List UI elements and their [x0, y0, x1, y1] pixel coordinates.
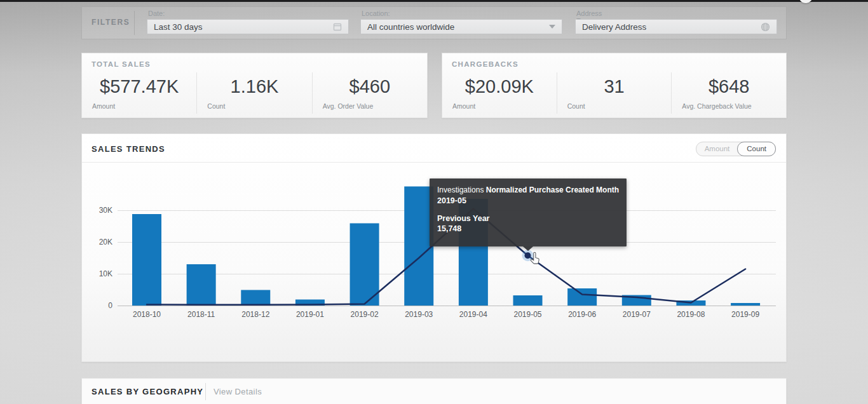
filters-title: FILTERS: [92, 18, 133, 27]
highlight-point[interactable]: [525, 252, 531, 259]
divider: [205, 383, 206, 400]
address-type-filter-value: Delivery Address: [582, 22, 761, 32]
metric-total-sales-amount: $577.47K Amount: [82, 72, 196, 114]
svg-text:2019-07: 2019-07: [623, 310, 651, 319]
sales-trends-header: SALES TRENDS Amount Count: [82, 134, 786, 163]
toggle-option-count[interactable]: Count: [737, 142, 776, 156]
metric-value: $577.47K: [82, 76, 196, 97]
chevron-down-icon: [549, 25, 555, 29]
svg-text:2018-11: 2018-11: [187, 310, 215, 319]
metric-value: 1.16K: [197, 76, 311, 97]
location-filter-label: Location:: [362, 10, 390, 17]
chargebacks-card-title: CHARGEBACKS: [452, 60, 519, 68]
location-filter-value: All countries worldwide: [367, 22, 549, 32]
metric-avg-order-value: $460 Avg. Order Value: [312, 72, 427, 114]
svg-text:2019-01: 2019-01: [296, 310, 324, 319]
svg-text:2019-04: 2019-04: [459, 310, 487, 319]
bar-2018-10[interactable]: [132, 214, 161, 306]
svg-text:2019-02: 2019-02: [351, 310, 379, 319]
bar-2019-09[interactable]: [731, 303, 760, 306]
metric-total-sales-count: 1.16K Count: [196, 72, 311, 114]
bar-2018-11[interactable]: [187, 264, 216, 306]
total-sales-card-title: TOTAL SALES: [92, 60, 151, 68]
metric-value: $20.09K: [442, 76, 557, 97]
metric-label: Amount: [92, 102, 115, 110]
svg-text:2019-03: 2019-03: [405, 310, 433, 319]
metric-label: Count: [207, 102, 225, 110]
metric-label: Avg. Order Value: [323, 102, 374, 110]
svg-text:2019-09: 2019-09: [731, 310, 759, 319]
amount-count-toggle: Amount Count: [696, 142, 776, 156]
chargebacks-card: CHARGEBACKS $20.09K Amount 31 Count $648…: [442, 53, 787, 118]
tooltip-series-label: Previous Year: [437, 213, 619, 224]
svg-text:2018-10: 2018-10: [133, 310, 161, 319]
svg-text:2018-12: 2018-12: [241, 310, 269, 319]
metric-chargebacks-amount: $20.09K Amount: [442, 72, 557, 114]
svg-text:2019-06: 2019-06: [568, 310, 596, 319]
metric-value: $460: [313, 76, 427, 97]
window-top-edge: [0, 0, 868, 2]
metric-value: $648: [672, 76, 786, 97]
bar-2019-02[interactable]: [350, 224, 379, 306]
sales-trends-panel: SALES TRENDS Amount Count 010K20K30K2018…: [81, 133, 787, 362]
toggle-option-amount[interactable]: Amount: [696, 143, 738, 155]
bar-2019-06[interactable]: [567, 288, 597, 306]
date-filter-label: Date:: [148, 10, 165, 17]
metric-avg-chargeback-value: $648 Avg. Chargeback Value: [671, 72, 786, 114]
svg-text:2019-08: 2019-08: [677, 310, 705, 319]
calendar-icon: [333, 22, 342, 31]
sales-by-geography-title: SALES BY GEOGRAPHY: [92, 387, 203, 396]
metric-label: Avg. Chargeback Value: [682, 102, 751, 110]
svg-text:20K: 20K: [99, 238, 112, 246]
filters-panel: FILTERS Date: Last 30 days Location: All…: [81, 6, 787, 39]
svg-text:30K: 30K: [99, 206, 112, 215]
metric-chargebacks-count: 31 Count: [557, 72, 672, 114]
tooltip-period: 2019-05: [437, 196, 619, 206]
bar-2019-05[interactable]: [513, 295, 543, 306]
date-filter-value: Last 30 days: [154, 22, 333, 32]
view-details-link[interactable]: View Details: [214, 387, 262, 396]
metric-label: Amount: [452, 102, 475, 110]
chart-tooltip: Investigations Normalized Purchase Creat…: [430, 178, 627, 246]
tooltip-title: Investigations Normalized Purchase Creat…: [437, 185, 619, 196]
bar-2018-12[interactable]: [241, 290, 270, 306]
sales-trends-title: SALES TRENDS: [92, 144, 165, 154]
svg-text:10K: 10K: [99, 269, 112, 278]
divider: [134, 11, 135, 35]
svg-text:2019-05: 2019-05: [513, 310, 541, 319]
sales-by-geography-panel: SALES BY GEOGRAPHY View Details: [81, 378, 787, 404]
total-sales-card: TOTAL SALES $577.47K Amount 1.16K Count …: [81, 53, 428, 118]
date-filter-input[interactable]: Last 30 days: [147, 19, 349, 34]
address-type-filter-select[interactable]: Delivery Address: [575, 19, 777, 34]
location-filter-select[interactable]: All countries worldwide: [360, 19, 562, 34]
metric-label: Count: [567, 102, 585, 110]
tooltip-series-value: 15,748: [437, 224, 619, 234]
svg-text:0: 0: [108, 301, 112, 310]
metric-value: 31: [557, 76, 672, 97]
globe-icon: [761, 22, 770, 32]
